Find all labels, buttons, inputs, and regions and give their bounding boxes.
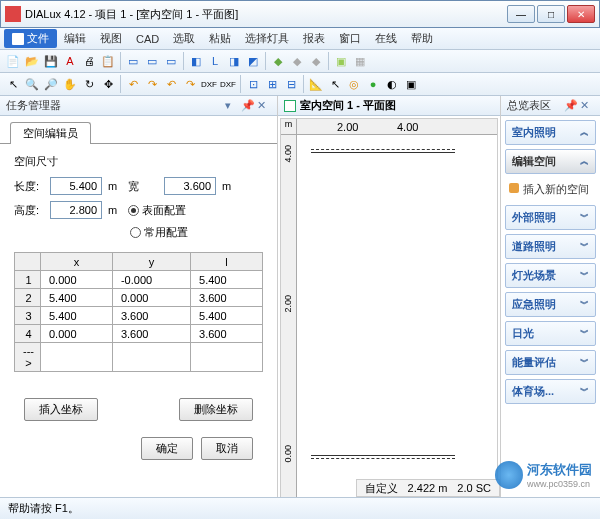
- watermark-url: www.pc0359.cn: [527, 479, 592, 489]
- room-outline-solid: [311, 152, 455, 456]
- chevron-up-icon: ︽: [580, 155, 589, 168]
- redo2-icon[interactable]: ↷: [181, 75, 199, 93]
- sidebar-item-sports[interactable]: 体育场...︾: [505, 379, 596, 404]
- menu-view[interactable]: 视图: [93, 29, 129, 48]
- view2-icon[interactable]: L: [206, 52, 224, 70]
- dxf2-icon[interactable]: DXF: [219, 75, 237, 93]
- zoomout-icon[interactable]: 🔎: [42, 75, 60, 93]
- snap1-icon[interactable]: ⊡: [244, 75, 262, 93]
- menu-luminaires[interactable]: 选择灯具: [238, 29, 296, 48]
- move-icon[interactable]: ✥: [99, 75, 117, 93]
- texture-icon[interactable]: ▦: [351, 52, 369, 70]
- pick4-icon[interactable]: ◐: [383, 75, 401, 93]
- pick1-icon[interactable]: ↖: [326, 75, 344, 93]
- sidebar-item-outdoor[interactable]: 外部照明︾: [505, 205, 596, 230]
- radio-common[interactable]: 常用配置: [130, 225, 188, 240]
- menu-edit[interactable]: 编辑: [57, 29, 93, 48]
- shape3-icon[interactable]: ◆: [307, 52, 325, 70]
- width-input[interactable]: [164, 177, 216, 195]
- menu-report[interactable]: 报表: [296, 29, 332, 48]
- delete-coord-button[interactable]: 删除坐标: [179, 398, 253, 421]
- menu-window[interactable]: 窗口: [332, 29, 368, 48]
- zoom-icon[interactable]: 🔍: [23, 75, 41, 93]
- sidebar-item-emergency[interactable]: 应急照明︾: [505, 292, 596, 317]
- length-input[interactable]: [50, 177, 102, 195]
- cube2-icon[interactable]: ▭: [143, 52, 161, 70]
- status-coord: 2.422 m: [408, 482, 448, 494]
- sidebar-item-indoor[interactable]: 室内照明︽: [505, 120, 596, 145]
- sidebar-item-daylight[interactable]: 日光︾: [505, 321, 596, 346]
- panel-pin-icon[interactable]: 📌: [241, 99, 255, 113]
- new-icon[interactable]: 📄: [4, 52, 22, 70]
- sidebar-item-editspace[interactable]: 编辑空间︽: [505, 149, 596, 174]
- sidebar-item-energy[interactable]: 能量评估︾: [505, 350, 596, 375]
- tab-space-editor[interactable]: 空间编辑员: [10, 122, 91, 144]
- save-icon[interactable]: 💾: [42, 52, 60, 70]
- size-title: 空间尺寸: [14, 154, 263, 169]
- watermark-icon: [495, 461, 523, 489]
- view3-icon[interactable]: ◨: [225, 52, 243, 70]
- radio-surface[interactable]: 表面配置: [128, 203, 186, 218]
- snap3-icon[interactable]: ⊟: [282, 75, 300, 93]
- cursor-icon[interactable]: ↖: [4, 75, 22, 93]
- coordinates-table[interactable]: x y l 10.000-0.0005.400 25.4000.0003.600…: [14, 252, 263, 372]
- pan-icon[interactable]: ✋: [61, 75, 79, 93]
- pick2-icon[interactable]: ◎: [345, 75, 363, 93]
- shape1-icon[interactable]: ◆: [269, 52, 287, 70]
- sidebar-item-scene[interactable]: 灯光场景︾: [505, 263, 596, 288]
- sidebar-subitem-insert[interactable]: 插入新的空间: [505, 178, 596, 201]
- print-icon[interactable]: 🖨: [80, 52, 98, 70]
- ruler-horizontal: 2.00 4.00: [297, 119, 497, 135]
- view1-icon[interactable]: ◧: [187, 52, 205, 70]
- canvas-panel: 室内空间 1 - 平面图 m 2.00 4.00 4.00 2.00 0.00 …: [278, 96, 500, 516]
- menu-paste[interactable]: 粘贴: [202, 29, 238, 48]
- th-l: l: [191, 253, 263, 271]
- menu-file[interactable]: 文件: [4, 29, 57, 48]
- chevron-down-icon: ︾: [580, 298, 589, 311]
- overview-pin-icon[interactable]: 📌: [564, 99, 578, 113]
- menu-help[interactable]: 帮助: [404, 29, 440, 48]
- ok-button[interactable]: 确定: [141, 437, 193, 460]
- chevron-down-icon: ︾: [580, 356, 589, 369]
- pick3-icon[interactable]: ●: [364, 75, 382, 93]
- insert-coord-button[interactable]: 插入坐标: [24, 398, 98, 421]
- panel-dropdown-icon[interactable]: ▾: [225, 99, 239, 113]
- chevron-down-icon: ︾: [580, 240, 589, 253]
- minimize-button[interactable]: —: [507, 5, 535, 23]
- redo-icon[interactable]: ↷: [143, 75, 161, 93]
- cancel-button[interactable]: 取消: [201, 437, 253, 460]
- toolbar-row-2: ↖ 🔍 🔎 ✋ ↻ ✥ ↶ ↷ ↶ ↷ DXF DXF ⊡ ⊞ ⊟ 📐 ↖ ◎ …: [0, 73, 600, 96]
- menu-select[interactable]: 选取: [166, 29, 202, 48]
- close-button[interactable]: ✕: [567, 5, 595, 23]
- menu-cad[interactable]: CAD: [129, 31, 166, 47]
- copy-icon[interactable]: 📋: [99, 52, 117, 70]
- menu-online[interactable]: 在线: [368, 29, 404, 48]
- th-x: x: [41, 253, 113, 271]
- maximize-button[interactable]: □: [537, 5, 565, 23]
- shape2-icon[interactable]: ◆: [288, 52, 306, 70]
- rotate-icon[interactable]: ↻: [80, 75, 98, 93]
- status-scale: 2.0 SC: [457, 482, 491, 494]
- panel-close-icon[interactable]: ✕: [257, 99, 271, 113]
- overview-close-icon[interactable]: ✕: [580, 99, 594, 113]
- undo2-icon[interactable]: ↶: [162, 75, 180, 93]
- pick5-icon[interactable]: ▣: [402, 75, 420, 93]
- height-unit: m: [108, 204, 122, 216]
- dxf-icon[interactable]: DXF: [200, 75, 218, 93]
- measure-icon[interactable]: 📐: [307, 75, 325, 93]
- open-icon[interactable]: 📂: [23, 52, 41, 70]
- table-row: 35.4003.6005.400: [15, 307, 263, 325]
- height-input[interactable]: [50, 201, 102, 219]
- table-row-new: --->: [15, 343, 263, 372]
- task-manager-header: 任务管理器 ▾ 📌 ✕: [0, 96, 277, 116]
- chevron-down-icon: ︾: [580, 385, 589, 398]
- view4-icon[interactable]: ◩: [244, 52, 262, 70]
- render-icon[interactable]: ▣: [332, 52, 350, 70]
- drawing-canvas[interactable]: m 2.00 4.00 4.00 2.00 0.00: [280, 118, 498, 514]
- sidebar-item-road[interactable]: 道路照明︾: [505, 234, 596, 259]
- undo-icon[interactable]: ↶: [124, 75, 142, 93]
- pdf-icon[interactable]: A: [61, 52, 79, 70]
- cube1-icon[interactable]: ▭: [124, 52, 142, 70]
- cube3-icon[interactable]: ▭: [162, 52, 180, 70]
- snap2-icon[interactable]: ⊞: [263, 75, 281, 93]
